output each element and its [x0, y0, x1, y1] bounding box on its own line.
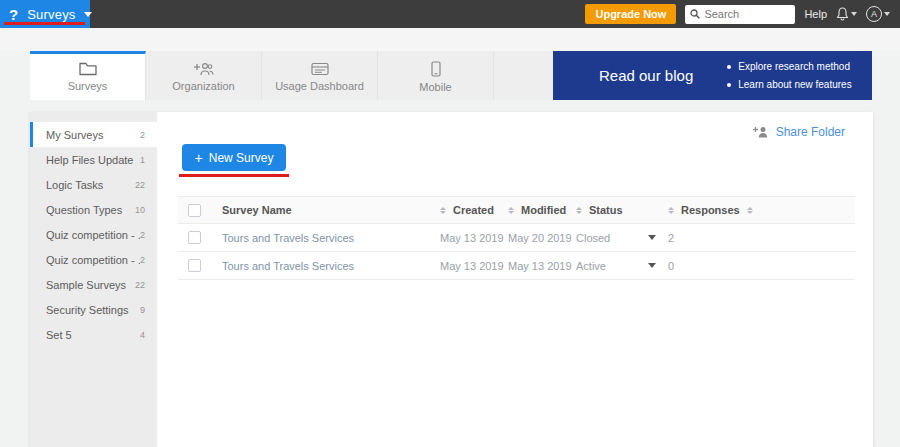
chevron-down-icon	[648, 235, 656, 240]
blog-bullet: Learn about new features	[727, 76, 851, 94]
notifications-menu[interactable]	[836, 7, 857, 21]
app-screen: ? Surveys Upgrade Now Help A	[0, 0, 900, 447]
sort-icon[interactable]	[508, 207, 514, 214]
blog-promo-banner[interactable]: Read our blog Explore research method Le…	[553, 51, 872, 100]
tab-usage-dashboard[interactable]: Usage Dashboard	[262, 51, 378, 100]
sidebar-item-count: 2	[140, 255, 145, 265]
sidebar-item-label: Sample Surveys	[46, 279, 135, 291]
created-date: May 13 2019	[440, 232, 504, 244]
surveys-table: Survey Name Created Modified Status	[178, 196, 855, 280]
tab-mobile[interactable]: Mobile	[378, 51, 494, 100]
tab-label: Organization	[172, 80, 234, 92]
upgrade-now-button[interactable]: Upgrade Now	[585, 4, 676, 24]
dashboard-icon	[311, 62, 329, 76]
search-input[interactable]	[704, 8, 790, 20]
new-survey-button[interactable]: + New Survey	[182, 144, 286, 171]
header-status-label: Status	[589, 204, 623, 216]
bell-icon	[836, 7, 849, 21]
sort-icon[interactable]	[576, 207, 582, 214]
header-status[interactable]: Status	[576, 204, 668, 216]
status-dropdown[interactable]: Closed	[576, 232, 668, 244]
sidebar-item-quiz-competition-1[interactable]: Quiz competition - ... 2	[30, 222, 157, 247]
sidebar-item-help-files-update[interactable]: Help Files Update 1	[30, 147, 157, 172]
top-navigation-bar: ? Surveys Upgrade Now Help A	[0, 0, 900, 28]
sidebar-item-count: 1	[140, 155, 145, 165]
tab-organization[interactable]: Organization	[146, 51, 262, 100]
sidebar-item-label: Logic Tasks	[46, 179, 135, 191]
product-switcher[interactable]: ? Surveys	[0, 0, 90, 28]
tabstrip-filler	[494, 51, 553, 100]
survey-name-link[interactable]: Tours and Travels Services	[222, 260, 354, 272]
sort-icon[interactable]	[668, 207, 674, 214]
search-icon	[690, 9, 700, 19]
sort-icon[interactable]	[440, 207, 446, 214]
new-survey-area: + New Survey	[182, 144, 855, 177]
sidebar-item-count: 10	[135, 205, 145, 215]
survey-name-link[interactable]: Tours and Travels Services	[222, 232, 354, 244]
sidebar-item-set-5[interactable]: Set 5 4	[30, 322, 157, 347]
sort-icon[interactable]	[747, 207, 753, 214]
sidebar-item-label: Security Settings	[46, 304, 140, 316]
chevron-down-icon	[884, 12, 890, 16]
status-value: Closed	[576, 232, 610, 244]
subheader-spacer	[0, 28, 900, 51]
page-body: My Surveys 2 Help Files Update 1 Logic T…	[0, 100, 900, 447]
chevron-down-icon	[648, 263, 656, 268]
red-annotation-underline	[179, 174, 289, 177]
status-value: Active	[576, 260, 606, 272]
sidebar-item-sample-surveys[interactable]: Sample Surveys 22	[30, 272, 157, 297]
tab-surveys[interactable]: Surveys	[30, 51, 146, 100]
sidebar-item-my-surveys[interactable]: My Surveys 2	[30, 122, 157, 147]
sidebar-item-label: Help Files Update	[46, 154, 140, 166]
plus-icon: +	[195, 151, 203, 165]
header-created-label: Created	[453, 204, 494, 216]
sidebar-item-label: My Surveys	[46, 129, 140, 141]
sidebar-item-security-settings[interactable]: Security Settings 9	[30, 297, 157, 322]
red-annotation-underline	[4, 22, 85, 25]
sidebar-item-label: Set 5	[46, 329, 140, 341]
created-date: May 13 2019	[440, 260, 504, 272]
surveys-main-panel: Share Folder + New Survey Sur	[157, 112, 873, 447]
folders-sidebar: My Surveys 2 Help Files Update 1 Logic T…	[30, 112, 157, 447]
mobile-icon	[431, 61, 441, 77]
status-dropdown[interactable]: Active	[576, 260, 668, 272]
tab-label: Mobile	[419, 81, 451, 93]
share-folder-row: Share Folder	[178, 125, 855, 139]
sidebar-item-label: Quiz competition - ...	[46, 229, 140, 241]
share-folder-link[interactable]: Share Folder	[776, 125, 845, 139]
header-checkbox-cell	[178, 204, 222, 217]
topbar-actions: Upgrade Now Help A	[585, 4, 900, 24]
sidebar-item-label: Quiz competition - ...	[46, 254, 140, 266]
chevron-down-icon	[851, 12, 857, 16]
header-modified[interactable]: Modified	[508, 204, 576, 216]
add-person-icon	[753, 126, 769, 138]
table-header-row: Survey Name Created Modified Status	[178, 196, 855, 224]
header-modified-label: Modified	[521, 204, 566, 216]
row-checkbox-cell	[178, 231, 222, 244]
sidebar-item-logic-tasks[interactable]: Logic Tasks 22	[30, 172, 157, 197]
row-checkbox[interactable]	[188, 231, 201, 244]
chevron-down-icon	[84, 12, 92, 17]
avatar: A	[866, 6, 882, 22]
sidebar-item-quiz-competition-2[interactable]: Quiz competition - ... 2	[30, 247, 157, 272]
content-card: My Surveys 2 Help Files Update 1 Logic T…	[30, 112, 873, 447]
responses-count: 2	[668, 232, 674, 244]
responses-count: 0	[668, 260, 674, 272]
sidebar-item-question-types[interactable]: Question Types 10	[30, 197, 157, 222]
add-people-icon	[194, 62, 214, 76]
tab-label: Surveys	[68, 80, 108, 92]
table-row: Tours and Travels Services May 13 2019 M…	[178, 224, 855, 252]
search-box[interactable]	[685, 5, 795, 24]
sidebar-item-count: 2	[140, 130, 145, 140]
row-checkbox-cell	[178, 259, 222, 272]
select-all-checkbox[interactable]	[188, 204, 201, 217]
sidebar-item-count: 22	[135, 180, 145, 190]
header-created[interactable]: Created	[440, 204, 508, 216]
account-menu[interactable]: A	[866, 6, 890, 22]
sidebar-item-count: 9	[140, 305, 145, 315]
row-checkbox[interactable]	[188, 259, 201, 272]
header-survey-name: Survey Name	[222, 204, 440, 216]
help-link[interactable]: Help	[804, 8, 827, 20]
header-responses-label: Responses	[681, 204, 740, 216]
header-responses[interactable]: Responses	[668, 204, 855, 216]
